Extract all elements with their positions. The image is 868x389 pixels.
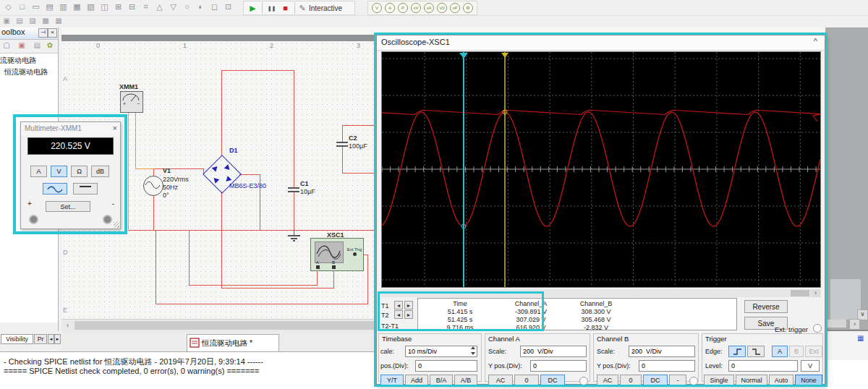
channel-b-ac-button[interactable]: AC (597, 375, 618, 386)
toolbar-icon[interactable]: ⊞ (112, 1, 124, 12)
timebase-xpos-input[interactable] (415, 360, 477, 372)
graph-toolbar-icon[interactable]: ▣ (1, 16, 12, 26)
channel-a-ac-button[interactable]: AC (488, 375, 513, 386)
mode-db-button[interactable]: dB (91, 166, 109, 177)
trigger-normal-button[interactable]: Normal (736, 375, 767, 386)
tab-scroll-left[interactable]: ◄ (48, 334, 54, 344)
terminal-a-pin[interactable] (316, 265, 320, 269)
t2-right-button[interactable]: ► (404, 310, 413, 319)
multimeter-window[interactable]: Multimeter-XMM1 × 220.525 V A V Ω dB + S… (20, 121, 121, 229)
toolbox-close-button[interactable]: × (48, 28, 57, 38)
toolbar-icon[interactable]: ⊟ (126, 1, 138, 12)
trigger-source-b-button[interactable]: B (789, 346, 804, 357)
toolbar-icon[interactable]: ○ (181, 1, 193, 12)
t1-left-button[interactable]: ◄ (394, 301, 403, 309)
channel-b-dc-button[interactable]: DC (643, 375, 668, 386)
trigger-source-a-button[interactable]: A (772, 346, 788, 357)
toolbox-minimize-button[interactable]: ⊣ (38, 28, 48, 38)
toolbar-icon[interactable]: ▧ (85, 1, 97, 12)
mode-volts-button[interactable]: V (51, 166, 67, 177)
tab-pr[interactable]: Pr (34, 334, 47, 344)
reverse-button[interactable]: Reverse (744, 300, 788, 313)
multimeter-close-icon[interactable]: × (113, 124, 117, 132)
channel-a-scale-input[interactable] (520, 346, 587, 357)
ext-trig-pin[interactable] (353, 252, 357, 256)
hscroll-right-arrow[interactable]: › (849, 319, 860, 330)
new-document-icon[interactable]: ▢ (1, 40, 12, 51)
oscilloscope-window[interactable]: Oscilloscope-XSC1 ^ › T1 ◄ ► T2 ◄ ► T2-T… (376, 35, 825, 385)
toolbar-icon[interactable]: ⊡ (222, 1, 234, 12)
rising-edge-button[interactable] (728, 346, 746, 357)
toolbar-icon[interactable]: ◐ (195, 1, 207, 12)
oscilloscope-symbol[interactable]: Ext Trig A B (310, 238, 364, 271)
scope-scroll-right-arrow[interactable]: › (811, 289, 820, 297)
probe-icon[interactable]: V0 (437, 3, 447, 13)
channel-a-dc-button[interactable]: DC (540, 375, 565, 386)
ab-button[interactable]: A/B (454, 375, 477, 386)
probe-icon[interactable]: xP (450, 3, 460, 13)
dc-mode-button[interactable] (73, 183, 98, 194)
channel-a-radio[interactable] (579, 377, 588, 385)
graph-toolbar-icon[interactable]: ▤ (14, 16, 25, 26)
toolbar-icon[interactable]: ▥ (57, 1, 69, 12)
channel-b-neg-button[interactable]: - (669, 375, 686, 386)
yt-button[interactable]: Y/T (380, 375, 404, 386)
channel-b-ypos-input[interactable] (639, 360, 695, 372)
falling-edge-button[interactable] (747, 346, 765, 357)
tab-scroll-right[interactable]: ► (54, 334, 61, 344)
probe-icon[interactable]: A (385, 3, 395, 13)
timebase-scale-spinner[interactable] (469, 346, 477, 355)
timebase-scale-input[interactable] (405, 346, 477, 357)
toolbar-icon[interactable]: ◇ (2, 1, 14, 12)
t1-right-button[interactable]: ► (404, 301, 413, 309)
toolbar-icon[interactable]: ◻ (208, 1, 221, 12)
trigger-level-unit[interactable]: V (801, 360, 820, 372)
canvas-hscrollbar[interactable]: ‹ (61, 319, 378, 332)
document-tab[interactable]: 恒流驱动电路 * (187, 334, 279, 351)
refresh-icon[interactable]: ✿ (44, 40, 56, 51)
graph-toolbar-icon[interactable]: ▨ (27, 16, 38, 26)
terminal-b-pin[interactable] (332, 265, 336, 269)
toolbar-icon[interactable]: □ (16, 1, 28, 12)
toolbar-icon[interactable]: ▦ (71, 1, 83, 12)
graph-toolbar-icon[interactable]: ▩ (40, 16, 51, 26)
save-document-icon[interactable]: ▤ (31, 40, 43, 51)
probe-icon[interactable]: P (398, 3, 408, 13)
set-button[interactable]: Set... (46, 201, 90, 212)
probe-icon[interactable]: xV (411, 3, 421, 13)
tree-item-sheet[interactable]: 恒流驱动电路 (0, 66, 58, 77)
toolbar-icon[interactable]: ⌗ (140, 1, 152, 12)
probe-icon[interactable]: ⚙ (463, 3, 473, 13)
channel-b-radio[interactable] (689, 377, 698, 385)
scope-scrollbar[interactable]: › (381, 289, 821, 297)
trigger-single-button[interactable]: Single (704, 375, 734, 386)
minus-terminal[interactable] (103, 215, 112, 224)
multimeter-symbol[interactable]: + − (120, 91, 143, 113)
probe-icon[interactable]: V (372, 3, 382, 13)
t2-left-button[interactable]: ◄ (394, 310, 403, 319)
mode-amps-button[interactable]: A (30, 166, 47, 177)
ac-source-symbol[interactable] (143, 176, 163, 196)
spreadsheet-view-icon[interactable]: ▦ (857, 334, 864, 342)
channel-b-zero-button[interactable]: 0 (620, 375, 642, 386)
resize-grip[interactable] (114, 222, 119, 228)
multimeter-titlebar[interactable]: Multimeter-XMM1 × (21, 122, 120, 135)
pause-button[interactable]: ❚❚ (265, 3, 278, 14)
toolbar-icon[interactable]: ▭ (30, 1, 42, 12)
plus-terminal[interactable] (29, 215, 38, 224)
ext-trigger-radio[interactable] (813, 324, 822, 333)
open-document-icon[interactable]: ▣ (16, 40, 27, 51)
toolbar-icon[interactable]: ◫ (98, 1, 111, 12)
run-button[interactable]: ▶ (247, 3, 259, 14)
hscroll-left-arrow[interactable]: ‹ (63, 321, 72, 330)
trigger-none-button[interactable]: None (795, 375, 822, 386)
vscroll-thumb[interactable] (830, 279, 861, 320)
graph-toolbar-icon[interactable]: ▦ (53, 16, 64, 26)
scope-scroll-thumb[interactable] (791, 290, 809, 296)
channel-a-zero-button[interactable]: 0 (514, 375, 539, 386)
ba-button[interactable]: B/A (430, 375, 453, 386)
interactive-dropdown[interactable]: Interactive (307, 4, 352, 12)
toolbar-icon[interactable]: ▽ (167, 1, 179, 12)
hscroll-thumb[interactable] (75, 321, 375, 330)
ac-mode-button[interactable] (43, 183, 67, 194)
